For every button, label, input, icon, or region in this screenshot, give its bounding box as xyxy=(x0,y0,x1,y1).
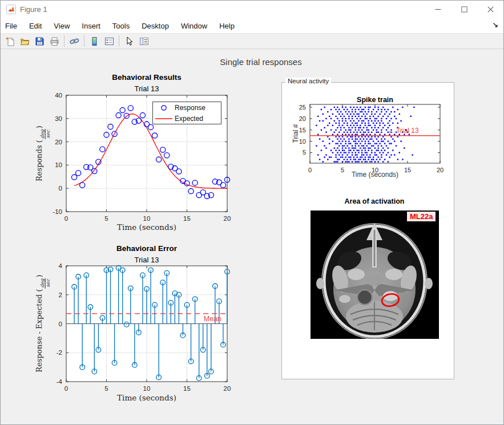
link-plot-button[interactable] xyxy=(67,34,81,48)
legend-label-expected: Expected xyxy=(175,115,203,123)
matlab-app-icon xyxy=(6,5,16,14)
dock-figure-icon[interactable] xyxy=(492,22,499,29)
expected-line-icon xyxy=(155,118,172,120)
menu-desktop[interactable]: Desktop xyxy=(142,19,175,33)
print-figure-button[interactable] xyxy=(47,34,61,48)
property-inspector-button[interactable] xyxy=(137,34,151,48)
legend-label-response: Response xyxy=(175,104,205,112)
pointer-icon xyxy=(124,37,134,46)
menu-insert[interactable]: Insert xyxy=(82,19,107,33)
menubar: File Edit View Insert Tools Desktop Wind… xyxy=(1,18,503,33)
response-circle-icon xyxy=(160,104,167,111)
save-icon xyxy=(35,37,45,46)
open-file-button[interactable] xyxy=(18,34,31,48)
insert-legend-button[interactable] xyxy=(102,34,116,48)
window-title: Figure 1 xyxy=(20,5,47,14)
print-icon xyxy=(50,37,59,46)
edit-plot-button[interactable] xyxy=(122,34,136,48)
plot-legend: Response Expected xyxy=(152,102,221,124)
property-inspector-icon xyxy=(139,37,149,46)
expected-marker xyxy=(153,118,175,120)
minimize-icon xyxy=(435,6,441,13)
mri-badge: ML22a xyxy=(407,212,436,221)
menu-window[interactable]: Window xyxy=(181,19,213,33)
toolbar-separator xyxy=(84,35,84,47)
menu-file[interactable]: File xyxy=(5,19,23,33)
colorbar-icon xyxy=(90,37,99,46)
maximize-button[interactable] xyxy=(451,1,477,18)
menu-tools[interactable]: Tools xyxy=(112,19,136,33)
open-folder-icon xyxy=(20,37,30,46)
close-icon xyxy=(487,6,494,13)
new-figure-icon xyxy=(5,37,15,46)
save-figure-button[interactable] xyxy=(33,34,46,48)
legend-row-response: Response xyxy=(153,102,221,113)
response-marker xyxy=(153,104,175,111)
maximize-icon xyxy=(461,6,467,13)
minimize-button[interactable] xyxy=(425,1,451,18)
link-icon xyxy=(70,37,79,46)
legend-row-expected: Expected xyxy=(153,113,221,124)
brain-mri-image xyxy=(311,211,439,339)
legend-icon xyxy=(104,37,114,46)
toolbar-separator xyxy=(64,35,64,47)
new-figure-button[interactable] xyxy=(3,34,17,48)
figure-toolbar xyxy=(1,33,503,49)
menu-help[interactable]: Help xyxy=(219,19,241,33)
insert-colorbar-button[interactable] xyxy=(87,34,101,48)
titlebar[interactable]: Figure 1 xyxy=(1,1,503,18)
toolbar-separator xyxy=(119,35,119,47)
menu-edit[interactable]: Edit xyxy=(29,19,48,33)
close-button[interactable] xyxy=(477,1,503,18)
figure-window: Figure 1 File Edit View Insert Tools Des… xyxy=(0,0,504,425)
menu-view[interactable]: View xyxy=(54,19,76,33)
